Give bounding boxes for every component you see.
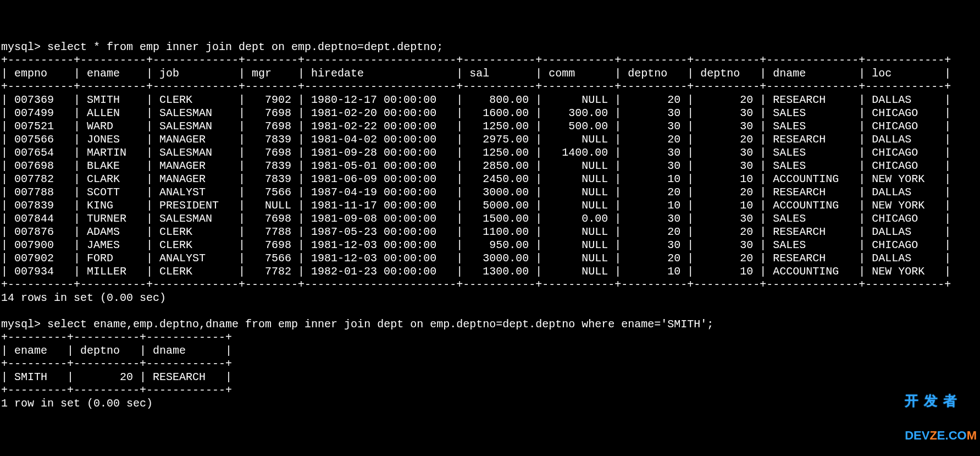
table1-border-bot: +----------+----------+-------------+---… [1, 278, 951, 291]
table1-row: | 007499 | ALLEN | SALESMAN | 7698 | 198… [1, 107, 951, 119]
table1-row: | 007788 | SCOTT | ANALYST | 7566 | 1987… [1, 186, 951, 199]
table1-border-mid: +----------+----------+-------------+---… [1, 80, 951, 93]
mysql-prompt: mysql> [1, 41, 41, 53]
sql-query-2: select ename,emp.deptno,dname from emp i… [47, 318, 713, 331]
table2-header-row: | ename | deptno | dname | [1, 344, 232, 357]
prompt-line-1[interactable]: mysql> select * from emp inner join dept… [1, 41, 443, 53]
mysql-prompt: mysql> [1, 318, 41, 331]
table1-row: | 007566 | JONES | MANAGER | 7839 | 1981… [1, 133, 951, 146]
table1-row: | 007934 | MILLER | CLERK | 7782 | 1982-… [1, 265, 951, 278]
table1-row: | 007654 | MARTIN | SALESMAN | 7698 | 19… [1, 146, 951, 159]
sql-query-1: select * from emp inner join dept on emp… [47, 41, 443, 53]
table1-row: | 007782 | CLARK | MANAGER | 7839 | 1981… [1, 173, 951, 185]
table1-row: | 007900 | JAMES | CLERK | 7698 | 1981-1… [1, 239, 951, 251]
table2-border-top: +---------+----------+------------+ [1, 331, 232, 344]
table1-row: | 007902 | FORD | ANALYST | 7566 | 1981-… [1, 252, 951, 265]
table2-status: 1 row in set (0.00 sec) [1, 397, 153, 410]
prompt-line-2[interactable]: mysql> select ename,emp.deptno,dname fro… [1, 318, 713, 331]
table1-row: | 007698 | BLAKE | MANAGER | 7839 | 1981… [1, 160, 951, 172]
table1-status: 14 rows in set (0.00 sec) [1, 292, 166, 304]
table1-row: | 007521 | WARD | SALESMAN | 7698 | 1981… [1, 120, 951, 133]
terminal-output: mysql> select * from emp inner join dept… [0, 26, 980, 411]
table2-border-mid: +---------+----------+------------+ [1, 358, 232, 370]
table1-row: | 007844 | TURNER | SALESMAN | 7698 | 19… [1, 212, 951, 225]
table1-border-top: +----------+----------+-------------+---… [1, 54, 951, 67]
table1-header-row: | empno | ename | job | mgr | hiredate |… [1, 67, 951, 80]
table1-row: | 007369 | SMITH | CLERK | 7902 | 1980-1… [1, 94, 951, 106]
table2-row: | SMITH | 20 | RESEARCH | [1, 371, 232, 383]
table2-border-bot: +---------+----------+------------+ [1, 384, 232, 397]
watermark-line2: DEVZE.COM [905, 430, 977, 442]
table1-row: | 007839 | KING | PRESIDENT | NULL | 198… [1, 199, 951, 212]
table1-row: | 007876 | ADAMS | CLERK | 7788 | 1987-0… [1, 226, 951, 238]
